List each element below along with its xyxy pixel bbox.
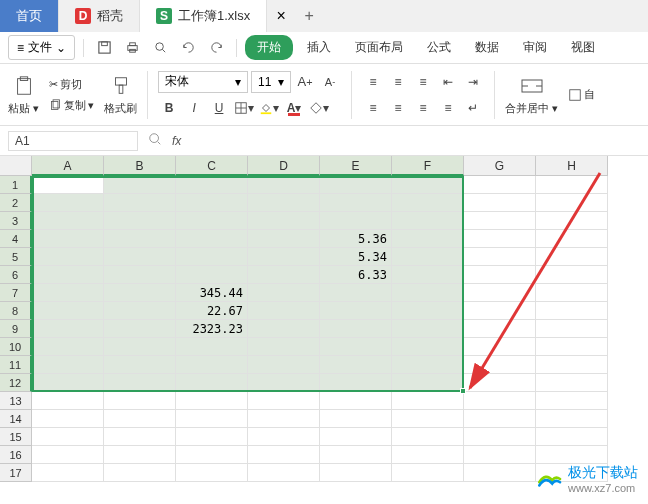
cell-C11[interactable] — [176, 356, 248, 374]
cell-B4[interactable] — [104, 230, 176, 248]
cell-H5[interactable] — [536, 248, 608, 266]
font-size-select[interactable]: 11▾ — [251, 71, 291, 93]
cell-E2[interactable] — [320, 194, 392, 212]
copy-button[interactable]: 复制 ▾ — [45, 96, 98, 115]
increase-font-button[interactable]: A+ — [294, 71, 316, 93]
underline-button[interactable]: U — [208, 97, 230, 119]
formula-input[interactable] — [191, 131, 640, 151]
cell-B7[interactable] — [104, 284, 176, 302]
cell-H13[interactable] — [536, 392, 608, 410]
cell-B5[interactable] — [104, 248, 176, 266]
cell-G8[interactable] — [464, 302, 536, 320]
cell-D2[interactable] — [248, 194, 320, 212]
cell-C17[interactable] — [176, 464, 248, 482]
cell-B11[interactable] — [104, 356, 176, 374]
cell-H10[interactable] — [536, 338, 608, 356]
row-header-11[interactable]: 11 — [0, 356, 32, 374]
cell-H14[interactable] — [536, 410, 608, 428]
col-header-H[interactable]: H — [536, 156, 608, 176]
cell-H1[interactable] — [536, 176, 608, 194]
cell-C8[interactable]: 22.67 — [176, 302, 248, 320]
cell-D6[interactable] — [248, 266, 320, 284]
cell-A4[interactable] — [32, 230, 104, 248]
cell-H8[interactable] — [536, 302, 608, 320]
row-header-9[interactable]: 9 — [0, 320, 32, 338]
row-header-16[interactable]: 16 — [0, 446, 32, 464]
cell-F12[interactable] — [392, 374, 464, 392]
cell-D17[interactable] — [248, 464, 320, 482]
cell-A15[interactable] — [32, 428, 104, 446]
cell-E5[interactable]: 5.34 — [320, 248, 392, 266]
tab-add-button[interactable]: + — [295, 0, 323, 32]
menu-data[interactable]: 数据 — [465, 35, 509, 60]
select-all-corner[interactable] — [0, 156, 32, 176]
cell-E3[interactable] — [320, 212, 392, 230]
cell-E11[interactable] — [320, 356, 392, 374]
menu-insert[interactable]: 插入 — [297, 35, 341, 60]
cell-G9[interactable] — [464, 320, 536, 338]
cell-D10[interactable] — [248, 338, 320, 356]
row-header-13[interactable]: 13 — [0, 392, 32, 410]
cell-C13[interactable] — [176, 392, 248, 410]
cell-A14[interactable] — [32, 410, 104, 428]
cell-B14[interactable] — [104, 410, 176, 428]
row-header-10[interactable]: 10 — [0, 338, 32, 356]
cell-F14[interactable] — [392, 410, 464, 428]
menu-page-layout[interactable]: 页面布局 — [345, 35, 413, 60]
row-header-3[interactable]: 3 — [0, 212, 32, 230]
tab-daoke[interactable]: D 稻壳 — [59, 0, 140, 32]
cell-D8[interactable] — [248, 302, 320, 320]
cell-C3[interactable] — [176, 212, 248, 230]
menu-review[interactable]: 审阅 — [513, 35, 557, 60]
cell-G4[interactable] — [464, 230, 536, 248]
decrease-font-button[interactable]: A- — [319, 71, 341, 93]
name-box[interactable]: A1 — [8, 131, 138, 151]
cell-F15[interactable] — [392, 428, 464, 446]
cell-F9[interactable] — [392, 320, 464, 338]
cell-H9[interactable] — [536, 320, 608, 338]
tab-close-button[interactable]: × — [267, 0, 295, 32]
menu-formula[interactable]: 公式 — [417, 35, 461, 60]
cell-D3[interactable] — [248, 212, 320, 230]
bold-button[interactable]: B — [158, 97, 180, 119]
file-menu[interactable]: ≡ 文件 ⌄ — [8, 35, 75, 60]
cell-A8[interactable] — [32, 302, 104, 320]
cell-A10[interactable] — [32, 338, 104, 356]
cell-E1[interactable] — [320, 176, 392, 194]
cell-F16[interactable] — [392, 446, 464, 464]
row-header-14[interactable]: 14 — [0, 410, 32, 428]
cell-A17[interactable] — [32, 464, 104, 482]
increase-indent-button[interactable]: ⇥ — [462, 71, 484, 93]
cell-G1[interactable] — [464, 176, 536, 194]
paste-button[interactable] — [11, 73, 37, 99]
cell-F10[interactable] — [392, 338, 464, 356]
tab-document[interactable]: S 工作簿1.xlsx — [140, 0, 267, 32]
cell-H11[interactable] — [536, 356, 608, 374]
cell-F3[interactable] — [392, 212, 464, 230]
cell-B3[interactable] — [104, 212, 176, 230]
merge-button[interactable] — [519, 73, 545, 99]
align-left-button[interactable]: ≡ — [362, 97, 384, 119]
cell-A6[interactable] — [32, 266, 104, 284]
italic-button[interactable]: I — [183, 97, 205, 119]
cell-A13[interactable] — [32, 392, 104, 410]
cell-H12[interactable] — [536, 374, 608, 392]
cell-D9[interactable] — [248, 320, 320, 338]
border-button[interactable]: ▾ — [233, 97, 255, 119]
cell-B15[interactable] — [104, 428, 176, 446]
col-header-C[interactable]: C — [176, 156, 248, 176]
format-painter-button[interactable] — [108, 73, 134, 99]
cell-B1[interactable] — [104, 176, 176, 194]
cell-B9[interactable] — [104, 320, 176, 338]
cell-D13[interactable] — [248, 392, 320, 410]
col-header-D[interactable]: D — [248, 156, 320, 176]
cell-A5[interactable] — [32, 248, 104, 266]
fill-color-button[interactable]: ▾ — [258, 97, 280, 119]
cell-G5[interactable] — [464, 248, 536, 266]
cell-B13[interactable] — [104, 392, 176, 410]
cell-G16[interactable] — [464, 446, 536, 464]
cell-G17[interactable] — [464, 464, 536, 482]
fill-effects-button[interactable]: ▾ — [308, 97, 330, 119]
cell-F13[interactable] — [392, 392, 464, 410]
cell-A3[interactable] — [32, 212, 104, 230]
